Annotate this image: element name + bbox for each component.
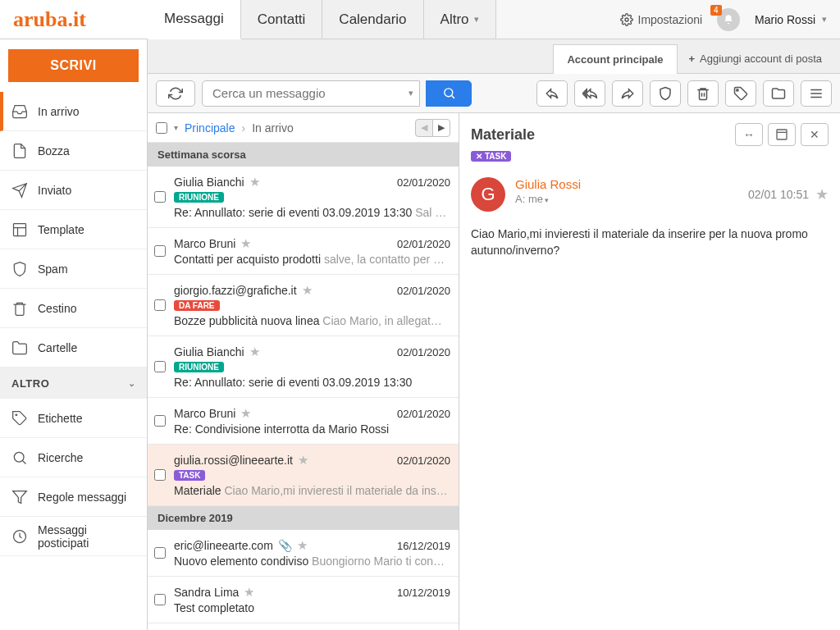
star-icon[interactable]: ★ [298, 453, 308, 468]
reply-button[interactable] [536, 80, 568, 107]
message-date: 02/01/2020 [397, 408, 450, 420]
message-date: 02/01/2020 [397, 176, 450, 189]
message-row[interactable]: giorgio.fazzi@grafiche.it★02/01/2020DA F… [148, 275, 459, 336]
message-checkbox[interactable] [154, 594, 166, 605]
spam-button[interactable] [650, 80, 681, 107]
popout-button[interactable] [768, 123, 796, 146]
message-row[interactable]: giulia.rossi@lineearte.it★02/01/2020TASK… [148, 445, 459, 506]
message-subject: Materiale Ciao Mario,mi invieresti il ma… [174, 484, 450, 497]
message-subject: Contatti per acquisto prodotti salve, la… [174, 253, 450, 266]
sidebar-item-draft[interactable]: Bozza [0, 131, 147, 171]
archive-button[interactable] [763, 80, 794, 107]
add-account-button[interactable]: + Aggiungi account di posta [678, 44, 833, 73]
tab-calendario[interactable]: Calendario [322, 0, 423, 39]
clock-icon [11, 528, 28, 545]
main-tabs: Messaggi Contatti Calendario Altro▾ [148, 0, 496, 39]
message-checkbox[interactable] [154, 299, 166, 311]
sidebar-item-search[interactable]: Ricerche [0, 438, 147, 477]
star-icon[interactable]: ★ [302, 283, 313, 298]
sidebar-item-label: Spam [38, 262, 68, 276]
gear-icon [620, 13, 633, 26]
inbox-icon [11, 103, 28, 120]
message-checkbox[interactable] [154, 245, 166, 257]
star-icon[interactable]: ★ [297, 538, 308, 553]
window-icon [775, 128, 788, 141]
menu-icon [809, 86, 824, 101]
bell-icon [723, 14, 734, 25]
more-button[interactable] [801, 80, 832, 107]
delete-button[interactable] [687, 80, 719, 107]
star-icon[interactable]: ★ [249, 345, 260, 359]
tab-messaggi[interactable]: Messaggi [148, 0, 241, 39]
sidebar-section-altro[interactable]: ALTRO ⌄ [0, 368, 147, 399]
recipients[interactable]: A: me▾ [515, 193, 738, 205]
breadcrumb-root[interactable]: Principale [185, 121, 235, 135]
message-row[interactable]: Sandra Lima★10/12/2019Test completato [148, 577, 459, 623]
sidebar-item-inbox[interactable]: In arrivo [0, 92, 147, 131]
message-list-pane: ▾ Principale › In arrivo ◀ ▶ Settimana s… [148, 113, 459, 630]
message-from: Marco Bruni [174, 407, 235, 420]
sidebar-item-tag[interactable]: Etichette [0, 399, 147, 438]
message-subject: Re: Annullato: serie di eventi 03.09.201… [174, 376, 450, 389]
message-row[interactable]: Marco Bruni★02/01/2020Re: Condivisione i… [148, 398, 459, 445]
message-row[interactable]: Giulia Bianchi★02/01/2020RIUNIONERe: Ann… [148, 167, 459, 228]
star-icon[interactable]: ★ [244, 585, 254, 600]
sidebar-item-label: Cartelle [38, 341, 77, 354]
sender-name[interactable]: Giulia Rossi [515, 177, 738, 191]
reply-icon [545, 86, 559, 101]
search-input[interactable] [202, 80, 420, 107]
sidebar-item-label: In arrivo [38, 105, 80, 118]
settings-link[interactable]: Impostazioni [620, 13, 703, 26]
sidebar-item-sent[interactable]: Inviato [0, 171, 147, 210]
tag-icon [733, 86, 748, 101]
chevron-down-icon: ▾ [822, 14, 827, 25]
folder-icon [11, 340, 28, 356]
prev-button[interactable]: ◀ [415, 119, 433, 137]
tab-altro[interactable]: Altro▾ [424, 0, 496, 39]
trash-icon [696, 86, 710, 101]
message-checkbox[interactable] [154, 361, 166, 372]
next-button[interactable]: ▶ [432, 119, 450, 137]
star-icon[interactable]: ★ [249, 175, 260, 189]
message-date: 02/01 10:51 ★ [748, 177, 829, 212]
star-icon[interactable]: ★ [815, 185, 829, 203]
refresh-button[interactable] [156, 80, 195, 107]
tab-contatti[interactable]: Contatti [241, 0, 323, 39]
folder-icon [771, 86, 786, 101]
sidebar-item-clock[interactable]: Messaggi posticipati [0, 517, 147, 556]
svg-rect-6 [777, 130, 787, 139]
select-all-checkbox[interactable] [156, 122, 167, 134]
notifications[interactable]: 4 [717, 8, 740, 31]
account-main-tab[interactable]: Account principale [553, 44, 677, 74]
sidebar-item-template[interactable]: Template [0, 210, 147, 249]
message-row[interactable]: Giulia Bianchi★02/01/2020RIUNIONERe: Ann… [148, 336, 459, 398]
search-button[interactable] [426, 80, 472, 107]
expand-button[interactable]: ↔ [735, 123, 763, 146]
message-subject: Test completato [174, 601, 450, 614]
close-button[interactable]: ✕ [801, 123, 829, 146]
star-icon[interactable]: ★ [240, 236, 251, 251]
message-checkbox[interactable] [154, 469, 166, 481]
compose-button[interactable]: SCRIVI [8, 49, 139, 82]
message-from: Marco Bruni [174, 237, 235, 250]
sidebar-item-folder[interactable]: Cartelle [0, 328, 147, 368]
chevron-down-icon: ▾ [474, 14, 479, 25]
message-checkbox[interactable] [154, 191, 166, 203]
message-checkbox[interactable] [154, 547, 166, 559]
message-row[interactable]: Marco Bruni★02/01/2020Contatti per acqui… [148, 228, 459, 275]
message-checkbox[interactable] [154, 415, 166, 427]
user-menu[interactable]: Mario Rossi ▾ [755, 13, 827, 26]
sidebar-item-trash[interactable]: Cestino [0, 289, 147, 328]
star-icon[interactable]: ★ [240, 406, 251, 421]
chevron-down-icon[interactable]: ▾ [174, 123, 178, 132]
message-date: 02/01/2020 [397, 285, 450, 297]
forward-button[interactable] [612, 80, 643, 107]
tag-button[interactable] [725, 80, 756, 107]
svg-rect-1 [14, 223, 26, 235]
sidebar-item-filter[interactable]: Regole messaggi [0, 477, 147, 517]
reply-all-button[interactable] [574, 80, 605, 107]
message-row[interactable]: eric@lineearte.com📎★16/12/2019Nuovo elem… [148, 530, 459, 577]
tag-icon [11, 410, 28, 427]
template-icon [11, 221, 28, 238]
sidebar-item-spam[interactable]: Spam [0, 249, 147, 289]
